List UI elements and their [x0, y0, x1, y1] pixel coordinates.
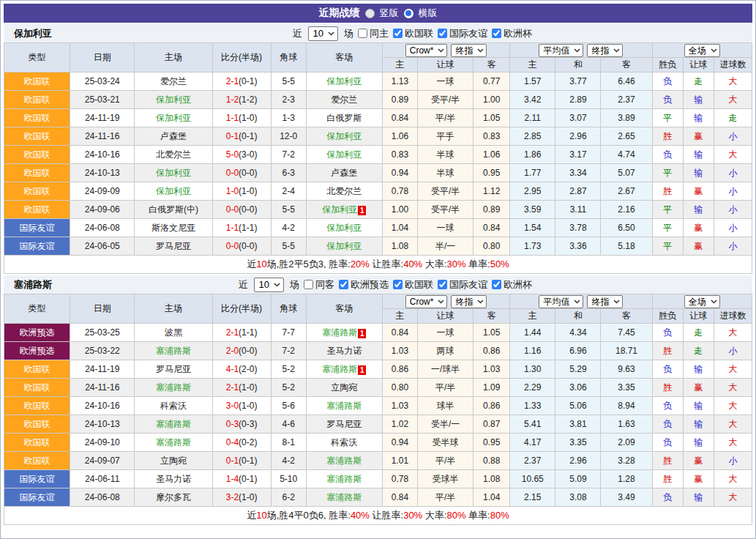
avg-home-odds-cell: 1.73 [510, 237, 555, 256]
summary-segment: 10 [256, 510, 266, 521]
date-cell: 24-11-19 [70, 109, 135, 127]
score-cell: 1-2(1-2) [212, 91, 271, 109]
match-row: 欧洲预选25-03-25波黑2-1(1-1)7-7塞浦路斯10.84一球1.05… [4, 324, 752, 342]
score-cell: 1-1(1-1) [212, 219, 271, 237]
handicap-home-odds-cell: 0.83 [382, 146, 417, 164]
vertical-layout-radio[interactable] [365, 9, 375, 18]
handicap-result-cell: 走 [683, 324, 714, 342]
horizontal-layout-label[interactable]: 横版 [419, 7, 438, 20]
handicap-line-cell: 平/半 [417, 379, 473, 397]
sub-column-header: 胜负 [652, 58, 683, 73]
filter-checkbox-label: 国际友谊 [449, 27, 487, 40]
filter-checkbox-欧洲杯[interactable] [492, 280, 501, 289]
filter-checkbox-国际友谊[interactable] [438, 29, 447, 38]
avg-away-odds-cell: 18.71 [601, 342, 652, 360]
full-match-select-0[interactable]: 全场 [684, 44, 720, 57]
handicap-away-odds-cell: 0.95 [474, 434, 510, 452]
date-cell: 25-03-24 [70, 73, 135, 91]
filter-checkbox-欧国联[interactable] [393, 280, 403, 289]
match-row: 欧洲预选25-03-22塞浦路斯2-0(0-0)7-2圣马力诺1.03两球0.8… [4, 342, 752, 360]
filter-checkbox-同客[interactable] [304, 280, 313, 289]
avg-draw-odds-cell: 3.81 [555, 415, 601, 434]
filter-checkbox-欧洲杯[interactable] [492, 29, 501, 38]
handicap-away-odds-cell: 1.04 [474, 488, 510, 507]
results-table: 类型日期主场比分(半场)角球客场Crow*终指平均值终指全场主让球客主和客胜负让… [4, 42, 752, 274]
goals-result-cell: 小 [714, 452, 752, 470]
date-cell: 24-11-16 [70, 127, 135, 146]
score-cell: 2-0(0-0) [212, 342, 271, 360]
handicap-line-cell: 受球半 [417, 470, 473, 488]
score-cell: 4-1(2-0) [212, 360, 271, 379]
bookmaker-select-0[interactable]: Crow* [405, 44, 448, 57]
avg-away-odds-cell: 1.63 [601, 415, 652, 434]
red-card-badge: 1 [358, 365, 366, 375]
bookmaker-select-0-value: Crow* [410, 45, 434, 56]
score-cell: 0-0(0-0) [212, 237, 271, 256]
games-count-select-1[interactable]: 10 [254, 278, 284, 292]
horizontal-layout-radio[interactable] [404, 9, 413, 18]
handicap-home-odds-cell: 1.03 [382, 342, 417, 360]
score-cell: 1-0(1-0) [212, 182, 271, 201]
handicap-away-odds-cell: 0.77 [474, 73, 510, 91]
result-cell: 负 [652, 324, 683, 342]
match-row: 国际友谊24-06-05罗马尼亚0-0(0-0)5-5保加利亚1.08半/一0.… [4, 237, 752, 256]
goals-result-cell: 大 [714, 397, 752, 415]
sub-column-header: 客 [601, 309, 652, 324]
bookmaker-select-1[interactable]: Crow* [405, 295, 448, 308]
full-match-select-1[interactable]: 全场 [684, 295, 720, 308]
corners-cell: 6-2 [271, 488, 306, 507]
column-header: 类型 [4, 294, 70, 324]
filter-checkbox-欧国联[interactable] [393, 29, 403, 38]
avg-away-odds-cell: 2.65 [601, 127, 652, 146]
final-odds2-select-1[interactable]: 终指 [587, 295, 623, 308]
match-row: 欧国联24-09-06白俄罗斯(中)0-0(0-0)5-5保加利亚11.00受平… [4, 201, 752, 219]
score-cell: 3-2(1-0) [212, 488, 271, 507]
handicap-result-cell: 输 [683, 109, 714, 127]
competition-type-cell: 欧国联 [4, 452, 70, 470]
average-select-0[interactable]: 平均值 [539, 44, 583, 57]
corners-cell: 2-3 [271, 91, 306, 109]
competition-type-cell: 欧国联 [4, 379, 70, 397]
column-header: 类型 [4, 43, 70, 73]
average-select-1[interactable]: 平均值 [539, 295, 583, 308]
home-team-cell: 爱尔兰 [135, 73, 212, 91]
result-cell: 负 [652, 146, 683, 164]
filter-checkbox-欧洲预选[interactable] [339, 280, 348, 289]
goals-result-cell: 走 [714, 109, 752, 127]
final-odds-select-1[interactable]: 终指 [451, 295, 487, 308]
header-row-dropdowns: 类型日期主场比分(半场)角球客场Crow*终指平均值终指全场 [4, 294, 752, 309]
match-row: 欧国联24-09-09保加利亚1-0(1-0)2-4北爱尔兰0.78受平/半1.… [4, 182, 752, 201]
handicap-line-cell: 受平/半 [417, 182, 473, 201]
goals-result-cell: 大 [714, 488, 752, 507]
handicap-result-cell: 输 [683, 91, 714, 109]
handicap-away-odds-cell: 0.84 [474, 219, 510, 237]
filter-checkbox-国际友谊[interactable] [438, 280, 447, 289]
home-team-cell: 罗马尼亚 [135, 360, 212, 379]
result-cell: 胜 [652, 452, 683, 470]
corners-cell: 8-1 [271, 434, 306, 452]
avg-away-odds-cell: 6.50 [601, 219, 652, 237]
handicap-away-odds-cell: 0.87 [474, 415, 510, 434]
games-count-select-0[interactable]: 10 [308, 26, 338, 41]
date-cell: 24-09-09 [70, 182, 135, 201]
corners-cell: 4-2 [271, 219, 306, 237]
filter-checkbox-label: 欧国联 [405, 278, 433, 291]
goals-result-cell: 小 [714, 127, 752, 146]
chevron-down-icon [438, 300, 444, 304]
filter-checkbox-同主[interactable] [358, 29, 367, 38]
avg-away-odds-cell: 2.16 [601, 201, 652, 219]
handicap-result-cell: 赢 [683, 127, 714, 146]
date-cell: 24-11-19 [70, 360, 135, 379]
handicap-away-odds-cell: 1.08 [474, 470, 510, 488]
handicap-away-odds-cell: 0.88 [474, 452, 510, 470]
corners-cell: 7-7 [271, 324, 306, 342]
summary-segment: 单率: [465, 510, 490, 521]
handicap-away-odds-cell: 1.06 [474, 146, 510, 164]
handicap-away-odds-cell: 1.09 [474, 379, 510, 397]
vertical-layout-label[interactable]: 竖版 [380, 7, 399, 20]
final-odds-select-0[interactable]: 终指 [451, 44, 487, 57]
final-odds2-select-0[interactable]: 终指 [587, 44, 623, 57]
goals-result-cell: 大 [714, 470, 752, 488]
near-label: 近 [293, 27, 302, 40]
bookmaker-select-1-value: Crow* [410, 296, 434, 308]
